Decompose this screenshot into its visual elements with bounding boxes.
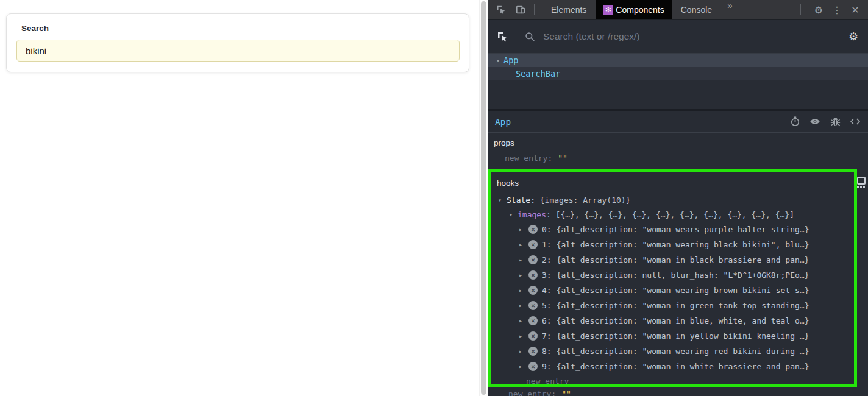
array-new-entry-field[interactable]: new entry — [491, 374, 854, 387]
search-input[interactable] — [16, 40, 460, 62]
item-preview: {alt_description: "woman in green tank t… — [557, 301, 809, 310]
tree-item-app[interactable]: ▾ App — [488, 54, 868, 67]
tab-console[interactable]: Console — [672, 0, 721, 19]
item-index: 5: — [542, 301, 552, 310]
kebab-menu-icon[interactable]: ⋮ — [829, 2, 845, 18]
delete-entry-icon[interactable]: ✕ — [528, 240, 538, 249]
prop-key[interactable]: new entry: — [505, 154, 552, 163]
suspend-timer-icon[interactable] — [789, 116, 800, 127]
expand-arrow-icon[interactable]: ▸ — [519, 241, 527, 248]
settings-gear-icon[interactable]: ⚙ — [811, 2, 827, 18]
search-card: Search — [6, 13, 469, 72]
item-preview: {alt_description: "woman in black brassi… — [557, 255, 809, 264]
collapse-arrow-icon[interactable]: ▾ — [498, 197, 507, 203]
item-preview: {alt_description: "woman wearing red bik… — [557, 347, 809, 356]
component-tree: ▾ App SearchBar — [488, 54, 868, 109]
props-new-entry-row[interactable]: new entry: "" — [494, 151, 862, 164]
item-index: 0: — [542, 225, 552, 234]
state-key: State: — [507, 196, 535, 205]
item-index: 7: — [542, 331, 552, 341]
delete-entry-icon[interactable]: ✕ — [528, 347, 538, 356]
more-tabs-icon[interactable]: » — [721, 0, 738, 19]
array-item-row[interactable]: ▸ ✕ 7: {alt_description: "woman in yello… — [491, 328, 854, 344]
delete-entry-icon[interactable]: ✕ — [528, 286, 538, 295]
component-name: App — [503, 55, 518, 65]
item-preview: {alt_description: "woman in white brassi… — [557, 362, 809, 371]
inspect-dom-eye-icon[interactable] — [809, 116, 820, 127]
state-hook-row[interactable]: ▾ State: {images: Array(10)} — [491, 193, 854, 207]
inspected-component-name: App — [495, 117, 511, 127]
array-item-row[interactable]: ▸ ✕ 4: {alt_description: "woman wearing … — [491, 283, 854, 298]
array-item-row[interactable]: ▸ ✕ 9: {alt_description: "woman in white… — [491, 359, 854, 374]
item-preview: {alt_description: "woman in yellow bikin… — [557, 331, 809, 341]
hook-key[interactable]: new entry: — [508, 389, 556, 396]
array-item-row[interactable]: ▸ ✕ 1: {alt_description: "woman wearing … — [491, 237, 854, 252]
expand-arrow-icon[interactable]: ▸ — [519, 226, 527, 233]
item-preview: {alt_description: "woman wearing brown b… — [557, 286, 809, 295]
images-key: images — [518, 210, 546, 219]
view-source-code-icon[interactable] — [850, 116, 861, 127]
item-index: 6: — [542, 316, 552, 325]
react-devtools-icon: ✻ — [603, 5, 613, 15]
item-index: 9: — [542, 362, 552, 371]
array-item-row[interactable]: ▸ ✕ 6: {alt_description: "woman in blue,… — [491, 313, 854, 328]
expand-arrow-icon[interactable]: ▸ — [519, 333, 527, 339]
images-preview: : [{…}, {…}, {…}, {…}, {…}, {…}, {…}, {…… — [546, 210, 794, 219]
array-item-row[interactable]: ▸ ✕ 0: {alt_description: "woman wears pu… — [491, 222, 854, 237]
item-preview: {alt_description: "woman wears purple ha… — [557, 225, 809, 234]
delete-entry-icon[interactable]: ✕ — [528, 316, 538, 325]
item-preview: {alt_description: "woman in blue, white,… — [557, 316, 809, 325]
delete-entry-icon[interactable]: ✕ — [528, 331, 538, 341]
select-component-icon[interactable] — [496, 30, 508, 43]
array-item-row[interactable]: ▸ ✕ 3: {alt_description: null, blur_hash… — [491, 267, 854, 283]
copy-to-clipboard-icon[interactable] — [857, 177, 867, 190]
array-item-row[interactable]: ▸ ✕ 8: {alt_description: "woman wearing … — [491, 344, 854, 359]
inspect-element-icon[interactable] — [495, 4, 507, 16]
tab-components[interactable]: ✻ Components — [596, 0, 671, 19]
expand-arrow-icon[interactable]: ▸ — [519, 302, 527, 309]
collapse-arrow-icon[interactable]: ▾ — [496, 57, 503, 64]
item-preview: {alt_description: null, blur_hash: "L*D^… — [557, 270, 809, 280]
components-settings-icon[interactable]: ⚙ — [847, 30, 859, 43]
devtools-panel: Elements ✻ Components Console » ⚙ ⋮ ✕ ⚙ — [488, 0, 868, 396]
tab-elements[interactable]: Elements — [542, 0, 596, 19]
item-index: 8: — [542, 347, 552, 356]
images-array-row[interactable]: ▾ images: [{…}, {…}, {…}, {…}, {…}, {…},… — [491, 207, 854, 222]
log-to-console-bug-icon[interactable] — [830, 116, 841, 127]
prop-value[interactable]: "" — [558, 154, 567, 163]
app-page: Search — [0, 0, 488, 396]
delete-entry-icon[interactable]: ✕ — [528, 270, 538, 280]
expand-arrow-icon[interactable]: ▸ — [519, 287, 527, 294]
item-index: 3: — [542, 270, 552, 280]
device-toolbar-icon[interactable] — [514, 4, 527, 16]
components-toolbar: ⚙ — [488, 19, 868, 54]
close-icon[interactable]: ✕ — [847, 2, 863, 18]
props-section: props new entry: "" — [488, 133, 868, 172]
tree-item-searchbar[interactable]: SearchBar — [488, 67, 868, 80]
hooks-label: hooks — [497, 179, 854, 191]
delete-entry-icon[interactable]: ✕ — [528, 255, 538, 264]
array-item-row[interactable]: ▸ ✕ 5: {alt_description: "woman in green… — [491, 298, 854, 313]
item-index: 2: — [542, 255, 552, 264]
array-item-row[interactable]: ▸ ✕ 2: {alt_description: "woman in black… — [491, 252, 854, 267]
item-index: 4: — [542, 286, 552, 295]
expand-arrow-icon[interactable]: ▸ — [519, 348, 527, 355]
hooks-new-entry-row[interactable]: new entry: "" — [488, 387, 868, 396]
delete-entry-icon[interactable]: ✕ — [528, 362, 538, 371]
page-scrollbar[interactable] — [479, 0, 488, 396]
state-preview — [535, 196, 540, 205]
expand-arrow-icon[interactable]: ▸ — [519, 317, 527, 324]
search-icon — [524, 30, 536, 43]
expand-arrow-icon[interactable]: ▸ — [519, 363, 527, 370]
expand-arrow-icon[interactable]: ▸ — [519, 272, 527, 278]
item-preview: {alt_description: "woman wearing black b… — [557, 240, 809, 249]
delete-entry-icon[interactable]: ✕ — [528, 225, 538, 234]
devtools-tabbar: Elements ✻ Components Console » ⚙ ⋮ ✕ — [488, 0, 868, 19]
hook-value[interactable]: "" — [561, 389, 571, 396]
component-name: SearchBar — [516, 69, 560, 79]
collapse-arrow-icon[interactable]: ▾ — [509, 211, 518, 218]
delete-entry-icon[interactable]: ✕ — [528, 301, 538, 310]
expand-arrow-icon[interactable]: ▸ — [519, 256, 527, 263]
components-search-input[interactable] — [543, 31, 847, 42]
scrollbar-thumb[interactable] — [481, 1, 486, 395]
